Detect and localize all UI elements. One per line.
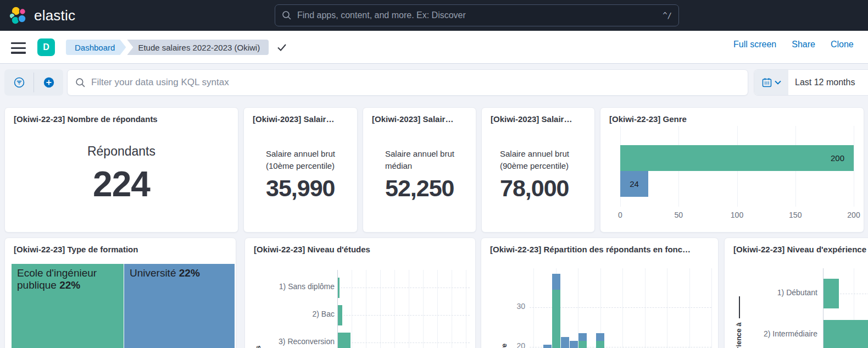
- plus-in-circle-icon: [43, 76, 55, 89]
- kql-query-input[interactable]: [91, 77, 740, 88]
- gridline: [409, 270, 409, 348]
- breadcrumb: Dashboard Etude salaires 2022-2023 (Okiw…: [66, 40, 269, 55]
- metric-label: Salaire annuel brut médian: [385, 148, 454, 172]
- bar-segment[interactable]: [578, 333, 587, 341]
- bar[interactable]: [620, 145, 854, 171]
- global-search-input[interactable]: [297, 10, 663, 20]
- formation-treemap[interactable]: Ecole d'ingénieur publique 22%Université…: [5, 238, 236, 348]
- bar-segment[interactable]: [578, 341, 587, 348]
- calendar-icon: [761, 77, 772, 88]
- bar-value-label: 200: [831, 153, 844, 163]
- gridline: [338, 288, 470, 288]
- panel-title[interactable]: [Okiwi-22-23] Nombre de répondants: [14, 114, 232, 124]
- bar[interactable]: [824, 279, 839, 308]
- treemap-tile-label: Université: [130, 267, 179, 279]
- x-tick-label: 150: [784, 211, 806, 219]
- gridline: [437, 270, 438, 348]
- filter-button-group: [4, 69, 63, 96]
- bar[interactable]: [338, 333, 350, 348]
- x-tick-label: 0: [609, 211, 631, 219]
- treemap-tile-value: 22%: [179, 267, 200, 279]
- calendar-menu-button[interactable]: [754, 70, 788, 95]
- panel-title[interactable]: [Okiwi-2023] Salair…: [253, 114, 352, 124]
- elastic-logo-icon: [8, 5, 29, 26]
- gridline: [533, 268, 534, 348]
- kql-query-bar[interactable]: [67, 69, 748, 96]
- panel-genre: [Okiwi-22-23] Genre 05010015020020024: [600, 107, 864, 233]
- global-header: elastic ^/: [0, 0, 868, 31]
- category-label: 1) Débutant: [725, 288, 817, 297]
- gridline: [338, 343, 470, 343]
- axis-title-line: [739, 296, 740, 318]
- bar[interactable]: [338, 278, 340, 298]
- check-icon[interactable]: [276, 42, 287, 54]
- bar-segment[interactable]: [552, 274, 560, 290]
- y-axis-title-text: bre: [500, 344, 508, 348]
- gridline: [622, 268, 623, 348]
- metric-label: Salaire annuel brut (90ème percentile): [500, 148, 569, 172]
- global-search[interactable]: ^/: [275, 4, 679, 26]
- metric-label: Salaire annuel brut (10ème percentile): [266, 148, 335, 172]
- panel-nombre-repondants: [Okiwi-22-23] Nombre de répondants Répon…: [4, 107, 238, 233]
- x-tick-label: 50: [667, 211, 689, 219]
- gridline: [352, 270, 352, 348]
- gridline: [645, 268, 646, 348]
- add-filter-button[interactable]: [34, 69, 63, 96]
- search-icon: [75, 78, 86, 88]
- space-avatar[interactable]: D: [37, 38, 55, 56]
- treemap-tile[interactable]: Université 22%: [124, 264, 235, 348]
- filter-in-circle-icon: [13, 76, 25, 89]
- gridline: [366, 270, 366, 348]
- treemap-tile-value: 22%: [59, 279, 80, 291]
- panel-type-formation: [Okiwi-22-23] Type de formation Ecole d'…: [4, 237, 236, 348]
- category-label: 2) Bac: [245, 310, 335, 318]
- search-shortcut-hint: ^/: [663, 11, 672, 20]
- bar[interactable]: [824, 320, 868, 348]
- search-icon: [282, 10, 292, 20]
- metric-value: 78,000: [500, 175, 569, 202]
- treemap-tile[interactable]: Ecole d'ingénieur publique 22%: [12, 264, 124, 348]
- date-picker: Last 12 months: [754, 69, 868, 96]
- kibana-dashboard-page: elastic ^/ D Dashboard Etude salaires 20…: [0, 0, 868, 348]
- metric-value: 35,990: [266, 175, 335, 202]
- gridline: [667, 268, 667, 348]
- bar-segment[interactable]: [561, 337, 569, 348]
- y-axis-title-text: érience à: [735, 323, 743, 348]
- bar-segment[interactable]: [552, 290, 560, 348]
- clone-button[interactable]: Clone: [831, 40, 854, 49]
- repartition-bar-chart[interactable]: 2030bre: [481, 238, 718, 348]
- panel-title[interactable]: [Okiwi-2023] Salair…: [491, 114, 589, 124]
- y-tick-label: 30: [503, 302, 525, 311]
- y-axis-title-text: es: [254, 346, 262, 348]
- bar-value-label: 24: [620, 179, 648, 189]
- dashboard-actions: Full screen Share Clone: [733, 40, 854, 49]
- menu-button[interactable]: [11, 42, 26, 54]
- filter-menu-button[interactable]: [4, 69, 34, 96]
- experience-bar-chart[interactable]: 1) Débutant2) Intermédiaireérience à: [725, 238, 868, 348]
- genre-bar-chart[interactable]: 05010015020020024: [620, 126, 854, 230]
- panel-salaire-p10: [Okiwi-2023] Salair… Salaire annuel brut…: [243, 107, 358, 233]
- metric-value: 52,250: [385, 175, 454, 202]
- etudes-bar-chart[interactable]: 1) Sans diplôme2) Bac3) Reconversiones: [245, 238, 475, 348]
- panel-niveau-etudes: [Okiwi-22-23] Niveau d'études 1) Sans di…: [244, 237, 476, 348]
- x-tick-label: 200: [843, 211, 864, 219]
- y-axis-title: érience à: [735, 296, 743, 348]
- metric-value: 224: [5, 164, 238, 205]
- bar-segment[interactable]: [596, 333, 604, 341]
- y-axis-title: bre: [500, 344, 508, 348]
- bar-segment[interactable]: [543, 345, 552, 348]
- panel-repartition: [Okiwi-22-23] Répartition des répondants…: [481, 237, 719, 348]
- bar[interactable]: [338, 305, 342, 325]
- brand[interactable]: elastic: [0, 5, 75, 26]
- gridline: [689, 268, 690, 348]
- share-button[interactable]: Share: [792, 40, 815, 49]
- panel-title[interactable]: [Okiwi-2023] Salair…: [372, 114, 470, 124]
- gridline: [394, 270, 395, 348]
- breadcrumb-current[interactable]: Etude salaires 2022-2023 (Okiwi): [127, 40, 269, 55]
- breadcrumb-dashboard[interactable]: Dashboard: [66, 40, 126, 55]
- bar-segment[interactable]: [570, 341, 578, 348]
- bar-segment[interactable]: [596, 341, 604, 348]
- panel-title[interactable]: [Okiwi-22-23] Genre: [609, 114, 858, 124]
- time-range-value[interactable]: Last 12 months: [795, 78, 855, 87]
- full-screen-button[interactable]: Full screen: [733, 40, 776, 49]
